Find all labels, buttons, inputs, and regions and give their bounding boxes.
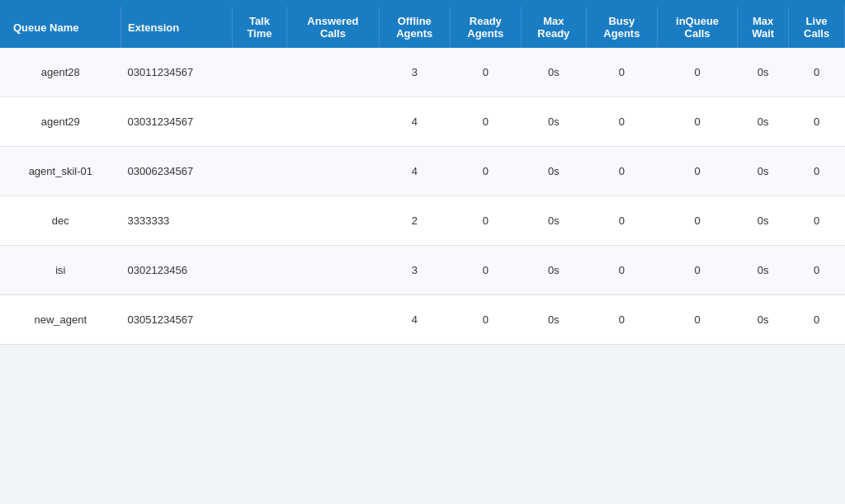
cell-busy_agents: 0 xyxy=(586,48,657,97)
cell-live_calls: 0 xyxy=(789,147,845,196)
cell-offline_agents: 4 xyxy=(379,147,450,196)
cell-max_ready: 0s xyxy=(521,295,586,345)
table-row: new_agent03051234567400s000s0 xyxy=(0,295,845,345)
col-header-max-wait: MaxWait xyxy=(738,7,789,48)
cell-extension: 03031234567 xyxy=(121,97,233,147)
cell-offline_agents: 3 xyxy=(379,246,450,295)
cell-answered_calls xyxy=(287,295,380,345)
cell-extension: 0302123456 xyxy=(121,246,233,295)
cell-live_calls: 0 xyxy=(789,97,845,147)
cell-talk_time xyxy=(232,97,286,147)
header-bar xyxy=(0,0,845,7)
cell-extension: 03051234567 xyxy=(121,295,233,345)
cell-live_calls: 0 xyxy=(789,295,845,345)
col-header-answered-calls: AnsweredCalls xyxy=(287,7,380,48)
cell-ready_agents: 0 xyxy=(450,196,521,246)
cell-max_wait: 0s xyxy=(738,147,789,196)
cell-ready_agents: 0 xyxy=(450,97,521,147)
cell-talk_time xyxy=(232,48,286,97)
col-header-offline-agents: OfflineAgents xyxy=(379,7,450,48)
cell-ready_agents: 0 xyxy=(450,295,521,345)
cell-busy_agents: 0 xyxy=(586,295,657,345)
cell-extension: 03011234567 xyxy=(121,48,233,97)
cell-queue_name: new_agent xyxy=(0,295,121,345)
col-header-extension: Extension xyxy=(121,7,233,48)
table-row: agent2803011234567300s000s0 xyxy=(0,48,845,97)
cell-answered_calls xyxy=(287,196,380,246)
table-row: isi0302123456300s000s0 xyxy=(0,246,845,295)
cell-answered_calls xyxy=(287,48,380,97)
cell-queue_name: agent28 xyxy=(0,48,121,97)
cell-offline_agents: 4 xyxy=(379,295,450,345)
cell-busy_agents: 0 xyxy=(586,246,657,295)
cell-inqueue_calls: 0 xyxy=(657,48,737,97)
col-header-talk-time: TalkTime xyxy=(232,7,286,48)
cell-busy_agents: 0 xyxy=(586,147,657,196)
cell-answered_calls xyxy=(287,246,380,295)
table-body: agent2803011234567300s000s0agent29030312… xyxy=(0,48,845,345)
col-header-live-calls: LiveCalls xyxy=(789,7,845,48)
table-row: dec3333333200s000s0 xyxy=(0,196,845,246)
cell-offline_agents: 4 xyxy=(379,97,450,147)
cell-max_ready: 0s xyxy=(521,48,586,97)
cell-inqueue_calls: 0 xyxy=(657,147,737,196)
cell-live_calls: 0 xyxy=(789,246,845,295)
cell-max_ready: 0s xyxy=(521,147,586,196)
cell-queue_name: isi xyxy=(0,246,121,295)
cell-talk_time xyxy=(232,246,286,295)
col-header-busy-agents: BusyAgents xyxy=(586,7,657,48)
cell-queue_name: agent_skil-01 xyxy=(0,147,121,196)
cell-inqueue_calls: 0 xyxy=(657,295,737,345)
table-container: Queue Name Extension TalkTime AnsweredCa… xyxy=(0,7,845,345)
queue-table: Queue Name Extension TalkTime AnsweredCa… xyxy=(0,7,845,345)
cell-max_wait: 0s xyxy=(738,246,789,295)
cell-inqueue_calls: 0 xyxy=(657,196,737,246)
cell-offline_agents: 2 xyxy=(379,196,450,246)
cell-max_wait: 0s xyxy=(738,295,789,345)
cell-max_ready: 0s xyxy=(521,246,586,295)
cell-ready_agents: 0 xyxy=(450,246,521,295)
table-header-row: Queue Name Extension TalkTime AnsweredCa… xyxy=(0,7,845,48)
table-row: agent_skil-0103006234567400s000s0 xyxy=(0,147,845,196)
cell-extension: 3333333 xyxy=(121,196,233,246)
cell-live_calls: 0 xyxy=(789,48,845,97)
cell-inqueue_calls: 0 xyxy=(657,97,737,147)
cell-extension: 03006234567 xyxy=(121,147,233,196)
cell-answered_calls xyxy=(287,97,380,147)
cell-max_wait: 0s xyxy=(738,196,789,246)
cell-talk_time xyxy=(232,196,286,246)
col-header-max-ready: MaxReady xyxy=(521,7,586,48)
cell-queue_name: agent29 xyxy=(0,97,121,147)
cell-max_ready: 0s xyxy=(521,196,586,246)
cell-inqueue_calls: 0 xyxy=(657,246,737,295)
cell-ready_agents: 0 xyxy=(450,48,521,97)
cell-ready_agents: 0 xyxy=(450,147,521,196)
cell-queue_name: dec xyxy=(0,196,121,246)
cell-talk_time xyxy=(232,295,286,345)
cell-max_ready: 0s xyxy=(521,97,586,147)
cell-busy_agents: 0 xyxy=(586,196,657,246)
cell-max_wait: 0s xyxy=(738,48,789,97)
cell-answered_calls xyxy=(287,147,380,196)
cell-max_wait: 0s xyxy=(738,97,789,147)
col-header-queue-name: Queue Name xyxy=(0,7,121,48)
cell-live_calls: 0 xyxy=(789,196,845,246)
cell-offline_agents: 3 xyxy=(379,48,450,97)
col-header-inqueue-calls: inQueueCalls xyxy=(657,7,737,48)
cell-talk_time xyxy=(232,147,286,196)
table-row: agent2903031234567400s000s0 xyxy=(0,97,845,147)
col-header-ready-agents: ReadyAgents xyxy=(450,7,521,48)
cell-busy_agents: 0 xyxy=(586,97,657,147)
